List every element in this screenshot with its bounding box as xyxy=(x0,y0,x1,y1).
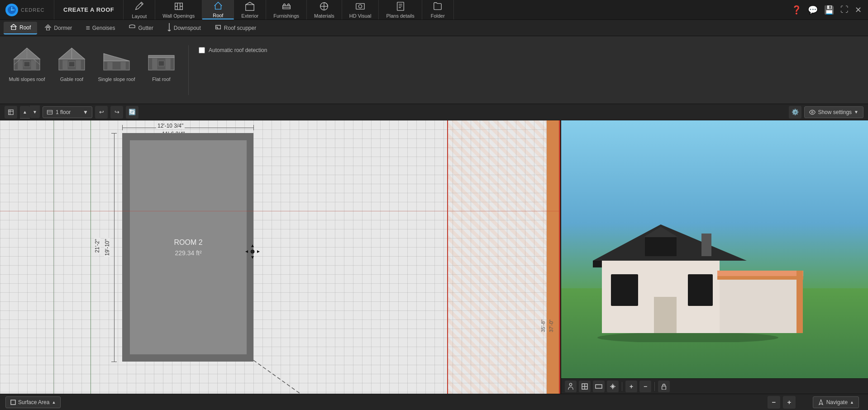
room2-inner-box: ROOM 2 229.34 ft² xyxy=(130,140,247,354)
preview-person-btn[interactable] xyxy=(565,381,577,392)
preview-zoom-out-btn[interactable]: − xyxy=(639,381,651,392)
redo-btn[interactable]: ↪ xyxy=(110,106,123,119)
preview-walls-btn[interactable] xyxy=(593,381,605,392)
svg-rect-54 xyxy=(720,279,801,333)
h-line-red-1 xyxy=(0,211,560,211)
toolbar-row: Roof Dormer ≡ Genoises Gutter Downspout xyxy=(0,20,868,36)
svg-point-7 xyxy=(358,5,362,8)
preview-3d-view[interactable] xyxy=(561,120,868,378)
toolbar-downspout[interactable]: Downspout xyxy=(161,22,207,34)
nav-tool-hd-visual[interactable]: HD Visual xyxy=(342,0,379,19)
svg-rect-59 xyxy=(645,236,677,256)
orange-right-strip xyxy=(547,120,560,394)
hd-visual-icon xyxy=(355,1,365,12)
roof-type-multi-slopes[interactable]: Multi slopes roof xyxy=(5,41,48,100)
surface-area-chevron: ▲ xyxy=(52,400,56,405)
svg-point-61 xyxy=(569,383,572,385)
svg-rect-8 xyxy=(397,2,404,10)
nav-tool-furnishings[interactable]: Furnishings xyxy=(266,0,307,19)
preview-zoom-in-btn[interactable]: + xyxy=(625,381,637,392)
toolbar-roof[interactable]: Roof xyxy=(4,22,37,34)
show-settings-button[interactable]: Show settings ▼ xyxy=(804,106,863,118)
svg-rect-14 xyxy=(31,60,36,70)
arrow-controls: ▲ ▼ xyxy=(20,106,40,119)
navigate-icon xyxy=(818,399,824,405)
svg-rect-32 xyxy=(165,58,170,70)
svg-rect-34 xyxy=(148,55,174,57)
arrow-up-btn[interactable]: ▲ xyxy=(20,106,30,119)
nav-tool-exterior[interactable]: Exterior xyxy=(234,0,266,19)
nav-tool-plans-details[interactable]: Plans details xyxy=(379,0,422,19)
svg-rect-65 xyxy=(596,385,602,388)
roof-type-flat[interactable]: Flat roof xyxy=(140,41,183,100)
svg-rect-53 xyxy=(688,274,713,306)
move-handle[interactable] xyxy=(243,242,262,262)
fullscreen-icon[interactable]: ⛶ xyxy=(840,5,849,14)
toolbar-gutter[interactable]: Gutter xyxy=(122,22,159,34)
dim-top-tick-left xyxy=(122,125,123,130)
toolbar-roof-scupper[interactable]: Roof scupper xyxy=(208,22,262,34)
settings-btn-small[interactable]: ⚙️ xyxy=(789,106,801,119)
canvas-zoom-out-btn[interactable]: − xyxy=(768,396,780,409)
svg-rect-56 xyxy=(717,271,803,276)
nav-tools: Layout Wall Openings Roof xyxy=(124,0,785,19)
surface-area-icon xyxy=(10,400,16,405)
nav-tool-materials[interactable]: Materials xyxy=(307,0,342,19)
roof-toolbar-label: Roof xyxy=(19,24,31,31)
right-wall-area xyxy=(447,120,560,394)
furnishings-icon xyxy=(281,1,291,12)
canvas-zoom-in-btn[interactable]: + xyxy=(783,396,796,409)
nav-tool-layout[interactable]: Layout xyxy=(124,0,155,19)
arrow-down-btn[interactable]: ▼ xyxy=(30,105,40,118)
dim-left-tick-top xyxy=(111,133,117,133)
chat-icon[interactable]: 💬 xyxy=(808,5,818,15)
svg-marker-29 xyxy=(104,53,129,61)
multi-slopes-icon xyxy=(12,44,42,74)
eye-icon xyxy=(809,109,816,115)
auto-detect-checkbox[interactable] xyxy=(199,47,205,53)
roof-type-single-slope[interactable]: Single slope roof xyxy=(95,41,138,100)
right-controls: ⚙️ Show settings ▼ xyxy=(789,106,863,119)
preview-lock-btn[interactable] xyxy=(658,381,670,392)
toolbar-genoises[interactable]: ≡ Genoises xyxy=(79,22,121,34)
stripe-pattern xyxy=(448,120,560,394)
navigate-label: Navigate xyxy=(826,399,848,405)
floor-selector[interactable]: 1 floor ▼ xyxy=(43,106,92,118)
svg-rect-51 xyxy=(611,274,638,306)
folder-icon xyxy=(433,1,443,12)
roof-toolbar-icon xyxy=(10,24,17,31)
toolbar-dormer[interactable]: Dormer xyxy=(38,22,78,34)
logo-icon xyxy=(5,4,18,16)
folder-label: Folder xyxy=(431,13,445,19)
logo-area: CEDREC xyxy=(0,0,54,19)
reset-view-button[interactable] xyxy=(5,106,17,119)
roof-scupper-icon xyxy=(215,24,222,32)
nav-tool-folder[interactable]: Folder xyxy=(422,0,454,19)
navigate-button[interactable]: Navigate ▲ xyxy=(813,396,859,408)
svg-rect-31 xyxy=(152,58,157,70)
floor-label: 1 floor xyxy=(56,109,71,115)
help-icon[interactable]: ❓ xyxy=(792,5,801,15)
nav-tool-roof[interactable]: Roof xyxy=(202,0,234,19)
refresh-btn[interactable]: 🔄 xyxy=(126,106,138,119)
separator xyxy=(188,45,189,95)
preview-transform-btn[interactable] xyxy=(607,381,619,392)
gable-icon xyxy=(57,44,86,74)
save-icon[interactable]: 💾 xyxy=(824,5,834,15)
dim-left-label: 21'-2" xyxy=(94,238,100,254)
undo-btn[interactable]: ↩ xyxy=(95,106,108,119)
flat-roof-icon xyxy=(147,44,176,74)
preview-table-btn[interactable] xyxy=(579,381,591,392)
surface-area-label: Surface Area xyxy=(18,399,49,405)
nav-tool-wall-openings[interactable]: Wall Openings xyxy=(155,0,202,19)
svg-rect-27 xyxy=(107,62,112,70)
zoom-controls: − + xyxy=(768,396,796,409)
surface-area-button[interactable]: Surface Area ▲ xyxy=(5,396,61,408)
close-icon[interactable]: ✕ xyxy=(855,5,862,15)
logo-text: CEDREC xyxy=(21,7,44,13)
canvas-area[interactable]: 12'-10 3/4" 11'-6 3/4" ROOM 2 229.34 ft² xyxy=(0,120,560,394)
wall-openings-icon xyxy=(174,1,184,12)
svg-rect-15 xyxy=(24,62,30,67)
red-right-edge xyxy=(559,120,560,394)
roof-type-gable[interactable]: Gable roof xyxy=(50,41,93,100)
